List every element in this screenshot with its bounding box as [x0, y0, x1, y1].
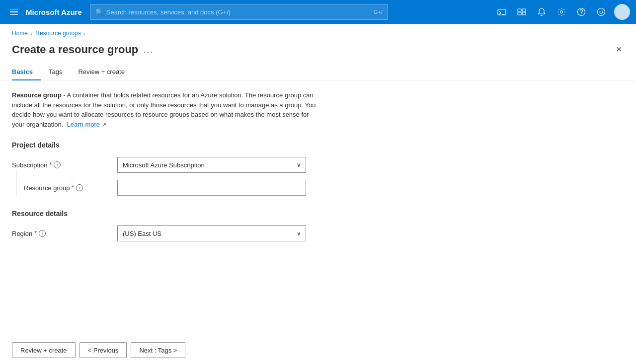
region-select-wrapper: (US) East US West US West Europe ∨: [117, 225, 306, 241]
svg-point-6: [560, 11, 563, 13]
tab-review-create[interactable]: Review + create: [70, 64, 133, 80]
resource-group-input[interactable]: [117, 180, 306, 196]
subscription-label-group: Subscription * i: [12, 161, 111, 169]
tab-tags[interactable]: Tags: [41, 64, 70, 80]
resource-group-label: Resource group: [24, 184, 70, 192]
svg-point-11: [602, 11, 603, 12]
resource-details-section: Resource details Region * i (US) East US…: [12, 210, 624, 241]
breadcrumb-resource-groups[interactable]: Resource groups: [35, 30, 80, 37]
settings-button[interactable]: [553, 3, 570, 21]
svg-point-8: [581, 13, 582, 14]
svg-point-9: [598, 8, 605, 16]
region-required: *: [34, 230, 37, 237]
help-button[interactable]: [572, 3, 590, 21]
page-header: Create a resource group ... ✕: [0, 37, 636, 56]
description-box: Resource group - A container that holds …: [12, 90, 320, 129]
page-close-button[interactable]: ✕: [614, 43, 624, 56]
breadcrumb-home[interactable]: Home: [12, 30, 28, 37]
svg-rect-3: [522, 9, 526, 11]
search-shortcut: G+/: [374, 9, 383, 15]
content-area: Resource group - A container that holds …: [0, 80, 636, 336]
breadcrumb: Home › Resource groups ›: [0, 24, 636, 37]
subscription-row: Subscription * i Microsoft Azure Subscri…: [12, 157, 624, 173]
previous-button[interactable]: < Previous: [80, 342, 127, 358]
global-search-bar[interactable]: 🔍 G+/: [90, 4, 388, 20]
page-more-options[interactable]: ...: [143, 45, 154, 55]
subscription-label: Subscription: [12, 161, 48, 169]
region-select[interactable]: (US) East US West US West Europe: [117, 225, 306, 241]
tab-basics[interactable]: Basics: [12, 64, 41, 80]
learn-more-link[interactable]: Learn more: [67, 121, 100, 128]
footer: Review + create < Previous Next : Tags >: [0, 336, 636, 364]
region-label-group: Region * i: [12, 230, 111, 237]
region-info-icon[interactable]: i: [39, 230, 46, 237]
tab-bar: Basics Tags Review + create: [0, 56, 636, 80]
search-input[interactable]: [106, 8, 371, 16]
main-container: Home › Resource groups › Create a resour…: [0, 24, 636, 364]
resource-group-required: *: [72, 184, 75, 191]
resource-group-label-area: Resource group * i: [12, 180, 111, 196]
cloud-shell-button[interactable]: [493, 3, 511, 21]
region-label: Region: [12, 230, 32, 237]
svg-rect-2: [518, 9, 521, 11]
search-icon: 🔍: [95, 8, 103, 16]
external-link-icon: ↗: [102, 122, 106, 128]
subscription-info-icon[interactable]: i: [54, 161, 61, 168]
project-details-section: Project details Subscription * i Microso…: [12, 141, 624, 196]
notifications-button[interactable]: [533, 3, 551, 21]
top-nav-icons: [493, 3, 630, 21]
svg-rect-4: [518, 12, 521, 15]
subscription-select-wrapper: Microsoft Azure Subscription ∨: [117, 157, 306, 173]
hamburger-menu-button[interactable]: [6, 4, 22, 20]
breadcrumb-separator-2: ›: [84, 31, 85, 36]
review-create-button[interactable]: Review + create: [12, 342, 76, 358]
directory-subscription-button[interactable]: [513, 3, 531, 21]
subscription-required: *: [50, 161, 52, 168]
page-title: Create a resource group: [12, 43, 138, 56]
svg-point-10: [600, 11, 601, 12]
breadcrumb-separator-1: ›: [31, 31, 32, 36]
brand-logo: Microsoft Azure: [26, 8, 82, 16]
resource-details-title: Resource details: [12, 210, 624, 218]
project-details-title: Project details: [12, 141, 624, 149]
svg-rect-5: [522, 12, 526, 15]
subscription-select[interactable]: Microsoft Azure Subscription: [117, 157, 306, 173]
resource-group-info-icon[interactable]: i: [76, 184, 83, 191]
user-avatar[interactable]: [614, 4, 630, 20]
top-navigation: Microsoft Azure 🔍 G+/: [0, 0, 636, 24]
description-bold: Resource group: [12, 91, 62, 99]
next-button[interactable]: Next : Tags >: [131, 342, 185, 358]
resource-group-row: Resource group * i: [12, 180, 624, 196]
connector: [16, 180, 22, 196]
feedback-button[interactable]: [592, 3, 610, 21]
region-row: Region * i (US) East US West US West Eur…: [12, 225, 624, 241]
